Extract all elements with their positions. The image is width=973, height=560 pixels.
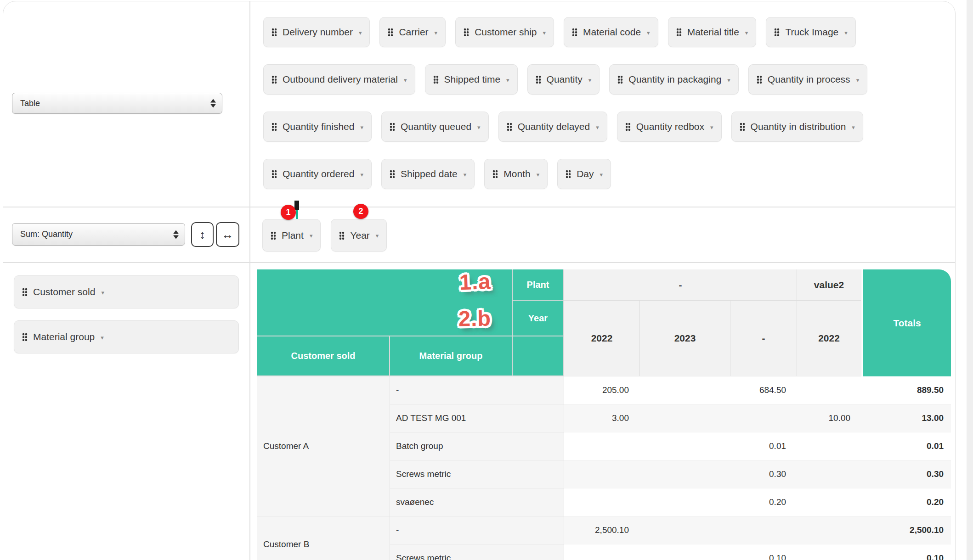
field-pill-delivery-number[interactable]: Delivery number▾ bbox=[263, 17, 370, 47]
drag-handle-icon bbox=[22, 288, 28, 296]
field-pill-customer-ship[interactable]: Customer ship▾ bbox=[455, 17, 554, 47]
drag-handle-icon bbox=[390, 170, 395, 178]
value-cell bbox=[797, 488, 861, 516]
field-pill-day[interactable]: Day▾ bbox=[557, 159, 611, 189]
field-pill-material-title[interactable]: Material title▾ bbox=[668, 17, 757, 47]
chevron-down-icon: ▾ bbox=[727, 77, 730, 84]
value-cell: 0.10 bbox=[730, 544, 797, 560]
drag-handle-icon bbox=[388, 28, 393, 36]
row-label-material: svaøenec bbox=[390, 488, 564, 516]
chevron-down-icon: ▾ bbox=[647, 29, 650, 36]
row-label-material: Batch group bbox=[390, 432, 564, 460]
value-cell bbox=[640, 376, 730, 404]
field-pill-label: Outbound delivery material bbox=[283, 74, 398, 85]
field-pill-quantity-in-distribution[interactable]: Quantity in distribution▾ bbox=[731, 112, 863, 142]
field-pill-quantity-in-process[interactable]: Quantity in process▾ bbox=[748, 64, 867, 95]
field-pill-label: Plant bbox=[282, 230, 304, 241]
field-pill-label: Quantity redbox bbox=[636, 121, 704, 132]
chevron-down-icon: ▾ bbox=[101, 334, 104, 341]
renderer-select[interactable]: Table bbox=[12, 93, 222, 114]
header-year-2022: 2022 bbox=[564, 301, 640, 376]
field-pill-label: Material group bbox=[33, 331, 95, 342]
page-scrollbar[interactable] bbox=[967, 0, 973, 560]
field-pill-shipped-time[interactable]: Shipped time▾ bbox=[425, 64, 518, 95]
field-pill-label: Shipped time bbox=[444, 74, 501, 85]
field-pill-shipped-date[interactable]: Shipped date▾ bbox=[381, 159, 475, 189]
field-pill-quantity-redbox[interactable]: Quantity redbox▾ bbox=[617, 112, 722, 142]
total-cell: 13.00 bbox=[861, 404, 951, 432]
renderer-select-value: Table bbox=[20, 99, 40, 108]
field-pill-quantity-delayed[interactable]: Quantity delayed▾ bbox=[498, 112, 607, 142]
aggregator-select[interactable]: Sum: Quantity bbox=[12, 223, 185, 246]
field-pill-label: Material code bbox=[583, 27, 641, 38]
value-cell bbox=[564, 432, 640, 460]
chevron-down-icon: ▾ bbox=[856, 77, 860, 84]
drag-handle-icon bbox=[433, 75, 439, 84]
col-order-button[interactable]: ↔ bbox=[216, 222, 239, 247]
field-pill-label: Quantity in distribution bbox=[751, 121, 846, 132]
chevron-down-icon: ▾ bbox=[464, 171, 467, 178]
header-customer-sold: Customer sold bbox=[257, 336, 390, 376]
value-cell bbox=[564, 544, 640, 560]
value-cell: 0.20 bbox=[730, 488, 797, 516]
chevron-down-icon: ▾ bbox=[844, 29, 848, 36]
value-cell bbox=[640, 516, 730, 544]
drag-handle-icon bbox=[536, 75, 541, 84]
select-stepper-icon bbox=[173, 230, 179, 239]
field-pill-carrier[interactable]: Carrier▾ bbox=[379, 17, 446, 47]
field-pill-material-code[interactable]: Material code▾ bbox=[564, 17, 658, 47]
drag-handle-icon bbox=[272, 28, 277, 36]
value-cell bbox=[640, 544, 730, 560]
header-plant-group-value2: value2 bbox=[797, 269, 861, 301]
header-plant-dimension: Plant bbox=[513, 269, 564, 301]
chevron-down-icon: ▾ bbox=[435, 29, 438, 36]
row-order-button[interactable]: ↕ bbox=[191, 222, 214, 247]
field-pill-quantity-finished[interactable]: Quantity finished▾ bbox=[263, 112, 372, 142]
aggregator-select-value: Sum: Quantity bbox=[20, 230, 73, 239]
field-pill-month[interactable]: Month▾ bbox=[484, 159, 548, 189]
chevron-down-icon: ▾ bbox=[376, 232, 379, 239]
row-label-material: - bbox=[390, 376, 564, 404]
row-label-material: Screws metric bbox=[390, 460, 564, 488]
field-pill-year[interactable]: Year▾ bbox=[331, 219, 387, 252]
field-pill-label: Quantity ordered bbox=[283, 168, 354, 179]
value-cell bbox=[797, 432, 861, 460]
field-pill-label: Quantity queued bbox=[401, 121, 471, 132]
pivot-output: Plant - value2 Totals Year 2022 2023 - 2… bbox=[257, 269, 951, 560]
value-cell bbox=[640, 488, 730, 516]
value-cell bbox=[730, 404, 797, 432]
field-pill-truck-image[interactable]: Truck Image▾ bbox=[766, 17, 855, 47]
drag-handle-icon bbox=[390, 123, 395, 131]
chevron-down-icon: ▾ bbox=[588, 77, 592, 84]
drag-handle-icon bbox=[272, 123, 277, 131]
drag-handle-icon bbox=[464, 28, 469, 36]
drag-cursor-mark bbox=[294, 201, 299, 210]
field-pill-plant[interactable]: Plant▾ bbox=[262, 219, 321, 252]
field-pill-quantity[interactable]: Quantity▾ bbox=[527, 64, 600, 95]
field-pill-outbound-delivery-material[interactable]: Outbound delivery material▾ bbox=[263, 64, 415, 95]
drag-handle-icon bbox=[507, 123, 512, 131]
value-cell: 10.00 bbox=[797, 404, 861, 432]
field-pill-label: Quantity in packaging bbox=[628, 74, 721, 85]
field-pill-material-group[interactable]: Material group▾ bbox=[14, 320, 239, 353]
field-pill-quantity-in-packaging[interactable]: Quantity in packaging▾ bbox=[609, 64, 739, 95]
drag-handle-icon bbox=[272, 75, 277, 84]
row-fields-area: Customer sold▾ Material group▾ bbox=[0, 262, 249, 353]
value-cell bbox=[797, 460, 861, 488]
value-cell bbox=[797, 544, 861, 560]
drag-handle-icon bbox=[572, 28, 577, 36]
chevron-down-icon: ▾ bbox=[359, 29, 362, 36]
value-cell: 0.30 bbox=[730, 460, 797, 488]
field-pill-quantity-ordered[interactable]: Quantity ordered▾ bbox=[263, 159, 372, 189]
value-cell bbox=[640, 460, 730, 488]
unused-fields-area: Delivery number▾ Carrier▾ Customer ship▾… bbox=[249, 0, 955, 207]
field-pill-customer-sold[interactable]: Customer sold▾ bbox=[14, 275, 239, 308]
select-stepper-icon bbox=[210, 99, 216, 108]
total-cell: 889.50 bbox=[861, 376, 951, 404]
drop-insertion-indicator bbox=[296, 210, 298, 219]
drag-handle-icon bbox=[617, 75, 623, 84]
field-pill-label: Month bbox=[503, 168, 530, 179]
field-pill-quantity-queued[interactable]: Quantity queued▾ bbox=[381, 112, 489, 142]
chevron-down-icon: ▾ bbox=[852, 124, 855, 131]
value-cell bbox=[564, 460, 640, 488]
